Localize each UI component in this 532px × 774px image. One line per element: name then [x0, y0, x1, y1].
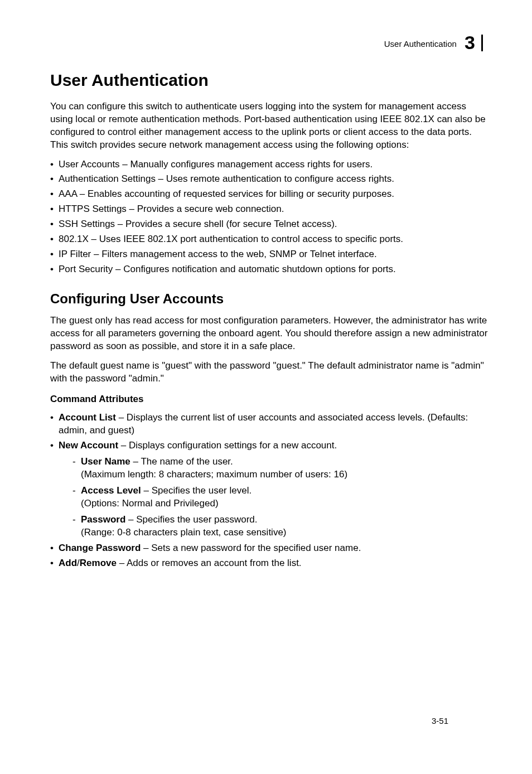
list-item: IP Filter – Filters management access to… — [50, 248, 490, 261]
body-paragraph: The default guest name is "guest" with t… — [50, 360, 490, 385]
sub-attr-label: Access Level — [81, 485, 141, 496]
command-attributes-list: Account List – Displays the current list… — [50, 412, 490, 570]
intro-paragraph: You can configure this switch to authent… — [50, 100, 490, 152]
list-item: Access Level – Specifies the user level.… — [72, 485, 490, 510]
list-item: Account List – Displays the current list… — [50, 412, 490, 437]
header-section-title: User Authentication — [384, 39, 457, 49]
sub-attr-note: (Maximum length: 8 characters; maximum n… — [81, 469, 347, 480]
page-container: User Authentication 3 User Authenticatio… — [50, 33, 490, 752]
list-item: Authentication Settings – Uses remote au… — [50, 173, 490, 186]
svg-rect-0 — [481, 35, 483, 51]
list-item: AAA – Enables accounting of requested se… — [50, 188, 490, 201]
attr-label: Change Password — [59, 543, 141, 553]
attr-label: Account List — [59, 412, 116, 423]
chapter-number-icon: 3 — [465, 33, 490, 55]
list-item: HTTPS Settings – Provides a secure web c… — [50, 203, 490, 216]
chapter-number-glyph: 3 — [465, 33, 475, 52]
body-paragraph: The guest only has read access for most … — [50, 315, 490, 353]
list-item: Port Security – Configures notification … — [50, 263, 490, 276]
sub-attr-text: – Specifies the user level. — [141, 485, 252, 496]
attr-text: – Sets a new password for the specified … — [141, 543, 361, 553]
sub-attr-label: Password — [81, 514, 125, 525]
attr-text: – Displays the current list of user acco… — [59, 412, 468, 436]
running-header: User Authentication 3 — [50, 33, 490, 55]
list-item: SSH Settings – Provides a secure shell (… — [50, 218, 490, 231]
options-list: User Accounts – Manually configures mana… — [50, 158, 490, 277]
sub-attr-note: (Options: Normal and Privileged) — [81, 498, 219, 509]
list-item: Add/Remove – Adds or removes an account … — [50, 557, 490, 570]
page-number: 3-51 — [432, 715, 448, 727]
list-item: User Name – The name of the user. (Maxim… — [72, 456, 490, 481]
attr-text: – Displays configuration settings for a … — [118, 440, 337, 451]
attr-label: New Account — [59, 440, 118, 451]
list-item: New Account – Displays configuration set… — [50, 439, 490, 539]
page-title: User Authentication — [50, 69, 490, 92]
list-item: User Accounts – Manually configures mana… — [50, 158, 490, 171]
list-item: 802.1X – Uses IEEE 802.1X port authentic… — [50, 233, 490, 246]
subsection-heading: Command Attributes — [50, 393, 490, 406]
section-heading: Configuring User Accounts — [50, 290, 490, 308]
sub-attr-text: – Specifies the user password. — [125, 514, 257, 525]
list-item: Password – Specifies the user password. … — [72, 514, 490, 539]
sub-attributes-list: User Name – The name of the user. (Maxim… — [72, 456, 490, 539]
attr-label: Add — [59, 558, 77, 568]
sub-attr-label: User Name — [81, 456, 130, 467]
attr-text: – Adds or removes an account from the li… — [117, 558, 302, 568]
attr-label-2: Remove — [80, 558, 117, 568]
sub-attr-note: (Range: 0-8 characters plain text, case … — [81, 527, 287, 538]
sub-attr-text: – The name of the user. — [130, 456, 233, 467]
list-item: Change Password – Sets a new password fo… — [50, 542, 490, 555]
